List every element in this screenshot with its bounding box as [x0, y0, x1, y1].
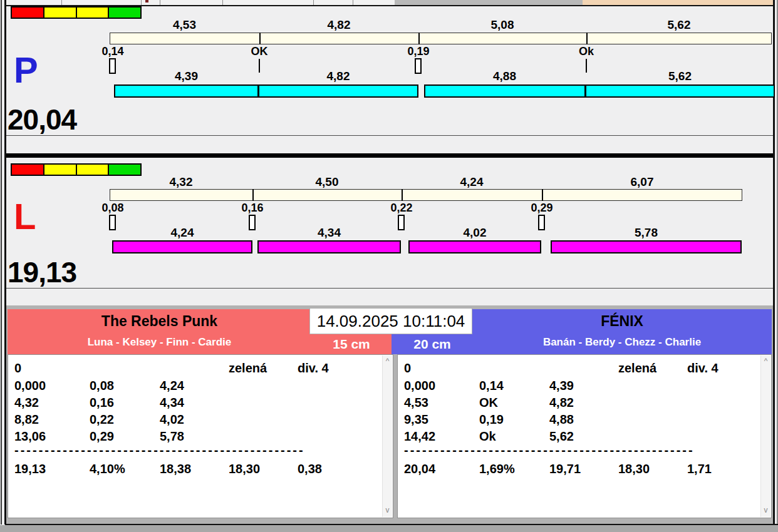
scroll-up-button[interactable]: ^ — [383, 357, 392, 367]
exchange-time-label: 0,14 — [91, 46, 135, 57]
difference-cell: 0,38 — [298, 462, 322, 476]
team-right-members: Banán - Berdy - Chezz - Charlie — [472, 336, 772, 349]
toolbar-divider — [160, 0, 160, 5]
total-time-cell: 19,13 — [14, 462, 46, 476]
toolbar-grey-segment — [395, 0, 583, 5]
team-left-members: Luna - Kelsey - Finn - Cardie — [8, 336, 311, 349]
cumulative-time-cell: 0,000 — [404, 379, 435, 392]
cumulative-time-cell: 8,82 — [14, 412, 39, 426]
attempt-cell: 0 — [14, 361, 21, 375]
exchange-time-label: Ok — [564, 46, 608, 57]
split-time-label: 5,08 — [418, 19, 586, 31]
team-left-name: The Rebels Punk — [8, 313, 311, 330]
net-time-cell: 18,38 — [160, 462, 191, 476]
timing-app-window: 4,53 4,82 5,08 5,62 0,14 OK 0,19 Ok 4,39… — [0, 0, 778, 532]
lane-p-split-bar-segment — [114, 84, 259, 98]
traffic-red-box — [12, 8, 44, 18]
toolbar-divider — [222, 0, 223, 5]
lane-p-label: P — [14, 53, 38, 88]
division-cell: div. 4 — [687, 361, 718, 375]
split-time-label: 5,78 — [551, 227, 742, 238]
split-time-label: 4,39 — [114, 70, 259, 82]
lane-p-traffic-light — [11, 6, 142, 19]
reference-bar-divider — [418, 33, 420, 44]
traffic-yellow-box-1 — [44, 165, 77, 175]
exchange-cell: Ok — [479, 429, 496, 443]
exchange-time-label: 0,22 — [380, 202, 423, 213]
cumulative-time-cell: 9,35 — [404, 412, 428, 426]
lane-p-split-bar-segment — [585, 84, 775, 98]
traffic-yellow-box-1 — [44, 8, 77, 18]
exchange-time-label: 0,19 — [397, 46, 440, 57]
scroll-up-button[interactable]: ^ — [761, 357, 770, 367]
lane-p-total-time: 20,04 — [8, 105, 76, 134]
net-time-cell: 19,71 — [549, 462, 581, 476]
reference-bar-divider — [402, 189, 403, 201]
split-time-label: 4,24 — [112, 227, 252, 238]
split-cell: 4,88 — [549, 412, 574, 426]
exchange-cell: 0,14 — [479, 379, 504, 392]
split-time-label: 4,24 — [402, 176, 542, 188]
reference-time-cell: 18,30 — [229, 462, 260, 476]
team-right-hurdle-height-badge: 20 cm — [392, 337, 473, 352]
lane-l-split-bar-segment — [112, 240, 252, 253]
scroll-down-button[interactable]: v — [761, 506, 770, 516]
scroll-down-button[interactable]: v — [383, 506, 392, 516]
exchange-time-label: 0,29 — [520, 202, 564, 213]
split-time-label: 4,82 — [259, 70, 418, 82]
separator-row: ----------------------------------------… — [14, 443, 310, 457]
cumulative-time-cell: 13,06 — [14, 429, 46, 443]
lane-l-traffic-light — [11, 163, 142, 176]
reference-bar-divider — [586, 33, 588, 44]
lane-p-reference-bar — [110, 33, 772, 44]
split-time-label: 4,88 — [424, 70, 585, 82]
exchange-cell: OK — [479, 396, 498, 409]
reference-time-cell: 18,30 — [618, 462, 650, 476]
split-time-label: 4,32 — [110, 176, 252, 188]
scrollbar[interactable]: ^ v — [760, 356, 770, 517]
background-toolbar-strip — [6, 0, 773, 6]
exchange-time-label: OK — [237, 46, 281, 57]
loss-percent-cell: 4,10% — [90, 462, 125, 476]
toolbar-divider — [141, 0, 142, 5]
lane-p-split-bar-segment — [424, 84, 586, 98]
team-left-results-panel: 0 zelená div. 4 0,000 0,08 4,24 4,32 0,1… — [8, 354, 393, 518]
cumulative-time-cell: 0,000 — [14, 379, 46, 392]
exchange-time-label: 0,08 — [91, 202, 135, 213]
split-time-label: 4,50 — [252, 176, 402, 188]
reference-bar-divider — [259, 33, 261, 44]
split-cell: 4,24 — [160, 379, 184, 392]
line-color-cell: zelená — [229, 361, 267, 375]
team-right-name: FÉNIX — [472, 313, 772, 330]
traffic-yellow-box-2 — [77, 8, 110, 18]
toolbar-tick-mark — [145, 0, 148, 3]
split-time-label: 4,82 — [259, 19, 418, 31]
traffic-yellow-box-2 — [77, 165, 110, 175]
reference-bar-divider — [252, 189, 254, 201]
reference-bar-divider — [542, 189, 543, 201]
scrollbar[interactable]: ^ v — [382, 356, 392, 517]
split-time-label: 4,53 — [110, 19, 259, 31]
toolbar-tan-segment — [583, 0, 773, 5]
datetime-display: 14.09.2025 10:11:04 — [309, 308, 472, 334]
toolbar-divider — [313, 0, 314, 5]
lane-l-label: L — [14, 199, 36, 234]
lane-l-total-time: 19,13 — [8, 258, 76, 287]
team-left-hurdle-height-badge: 15 cm — [311, 337, 392, 352]
cumulative-time-cell: 4,32 — [14, 396, 39, 409]
split-time-label: 6,07 — [542, 176, 742, 188]
split-cell: 4,39 — [549, 379, 574, 392]
split-cell: 5,78 — [160, 429, 184, 443]
attempt-cell: 0 — [404, 361, 411, 375]
section-divider-line — [6, 135, 773, 136]
split-cell: 4,34 — [160, 396, 184, 409]
difference-cell: 1,71 — [687, 462, 712, 476]
division-cell: div. 4 — [298, 361, 329, 375]
section-divider-line — [6, 288, 773, 289]
window-bottom-strip — [0, 525, 778, 532]
separator-row: ----------------------------------------… — [404, 443, 700, 457]
lane-p-split-bar-segment — [258, 84, 418, 98]
toolbar-divider — [61, 0, 62, 5]
split-time-label: 4,02 — [408, 227, 541, 238]
exchange-cell: 0,29 — [90, 429, 114, 443]
